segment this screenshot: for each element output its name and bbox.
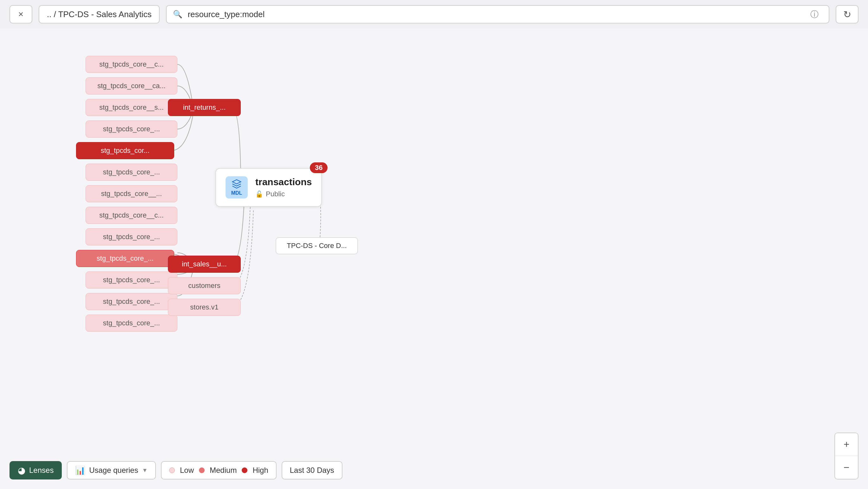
date-range-button[interactable]: Last 30 Days [282,461,342,480]
lock-icon: 🔓 [255,190,263,198]
zoom-out-button[interactable]: − [835,456,858,479]
node-stg-3[interactable]: stg_tpcds_core__s... [86,99,177,116]
node-int-sales[interactable]: int_sales__u... [168,256,241,273]
node-stg-2[interactable]: stg_tpcds_core__ca... [86,77,177,94]
mdl-label: MDL [231,190,242,196]
refresh-button[interactable]: ↻ [836,5,859,24]
legend-high-label: High [252,466,268,475]
usage-queries-button[interactable]: 📊 Usage queries ▼ [67,461,156,480]
search-input[interactable] [188,9,802,19]
lenses-icon: ◕ [18,465,25,476]
node-stg-12[interactable]: stg_tpcds_core_... [86,293,177,310]
node-tpcds-core[interactable]: TPC-DS - Core D... [276,237,358,254]
legend-low-dot [169,467,175,473]
lenses-label: Lenses [29,466,54,475]
usage-queries-label: Usage queries [89,466,138,475]
lenses-button[interactable]: ◕ Lenses [9,461,62,480]
transactions-badge: 36 [310,162,328,173]
canvas: stg_tpcds_core__c... stg_tpcds_core__ca.… [0,29,868,489]
date-range-label: Last 30 Days [290,466,334,475]
node-int-returns[interactable]: int_returns_... [168,99,241,116]
zoom-controls: + − [834,433,859,480]
dropdown-arrow-icon: ▼ [142,467,148,474]
header: × .. / TPC-DS - Sales Analytics 🔍 ⓘ ↻ [0,0,868,29]
node-stg-5[interactable]: stg_tpcds_cor... [76,142,174,159]
zoom-in-button[interactable]: + [835,433,858,456]
legend-medium-label: Medium [210,466,237,475]
chart-icon: 📊 [75,465,85,476]
node-stg-4[interactable]: stg_tpcds_core_... [86,120,177,138]
legend-low-label: Low [180,466,194,475]
plus-icon: + [844,438,849,450]
breadcrumb-label: .. / TPC-DS - Sales Analytics [47,9,151,19]
close-icon: × [19,9,24,19]
close-button[interactable]: × [9,5,32,24]
card-info: transactions 🔓 Public [255,177,312,198]
mdl-icon: MDL [225,176,248,199]
node-stg-8[interactable]: stg_tpcds_core__c... [86,207,177,224]
transactions-card[interactable]: 36 MDL transactions 🔓 Public [215,168,322,207]
node-stg-7[interactable]: stg_tpcds_core__... [86,185,177,202]
breadcrumb-tab[interactable]: .. / TPC-DS - Sales Analytics [39,5,160,24]
node-customers[interactable]: customers [168,277,241,294]
refresh-icon: ↻ [843,9,851,20]
bottom-toolbar: ◕ Lenses 📊 Usage queries ▼ Low Medium Hi… [9,461,342,480]
search-bar: 🔍 ⓘ [166,5,829,24]
node-stg-1[interactable]: stg_tpcds_core__c... [86,56,177,73]
search-icon: 🔍 [173,10,183,19]
info-icon[interactable]: ⓘ [807,6,823,22]
node-stg-6[interactable]: stg_tpcds_core_... [86,164,177,181]
legend-medium-dot [199,467,205,473]
node-stg-9[interactable]: stg_tpcds_core_... [86,228,177,246]
node-stg-13[interactable]: stg_tpcds_core_... [86,315,177,332]
legend-high-dot [242,467,247,473]
card-subtitle: 🔓 Public [255,190,312,198]
node-stg-11[interactable]: stg_tpcds_core_... [86,271,177,289]
node-stores[interactable]: stores.v1 [168,299,241,316]
minus-icon: − [844,462,849,473]
legend-container: Low Medium High [161,461,277,480]
card-title: transactions [255,177,312,188]
node-stg-10[interactable]: stg_tpcds_core_... [76,250,174,267]
